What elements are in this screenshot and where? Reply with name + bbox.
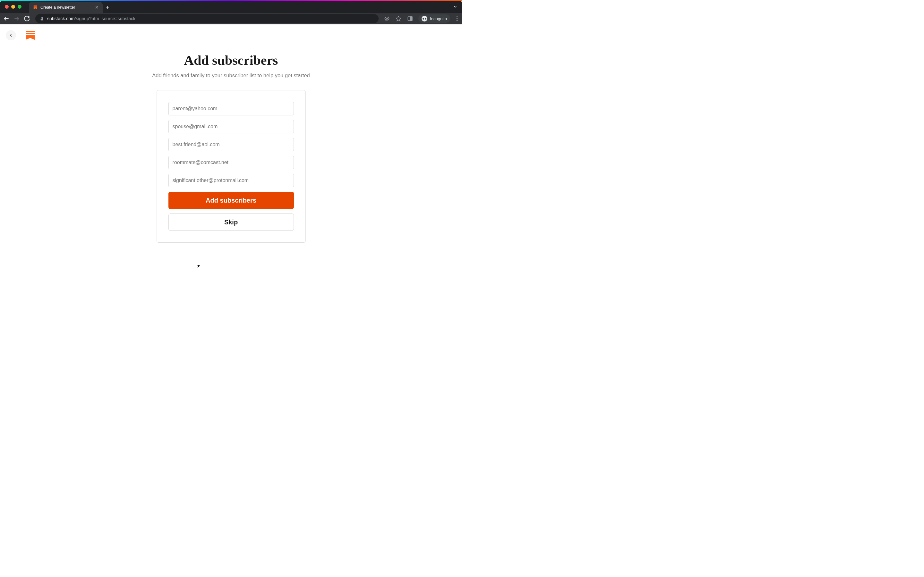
window-top-border xyxy=(0,0,462,1)
cursor-icon: ➤ xyxy=(196,263,201,269)
address-bar-row: substack.com/signup?utm_source=substack … xyxy=(0,13,462,24)
toolbar-right-icons: Incognito xyxy=(384,15,459,23)
page-back-button[interactable] xyxy=(6,30,16,40)
window-controls xyxy=(5,5,21,9)
window-maximize-button[interactable] xyxy=(18,5,21,9)
page-header xyxy=(0,24,462,46)
tab-bar: Create a newsletter ✕ + xyxy=(29,2,110,13)
url-domain: substack.com xyxy=(47,16,75,21)
tab-close-icon[interactable]: ✕ xyxy=(94,5,99,10)
url-text: substack.com/signup?utm_source=substack xyxy=(47,16,136,21)
tab-title: Create a newsletter xyxy=(40,5,92,10)
page-content: Add subscribers Add friends and family t… xyxy=(0,24,462,288)
forward-button[interactable] xyxy=(13,15,20,22)
email-input-3[interactable] xyxy=(168,138,294,151)
panel-icon[interactable] xyxy=(407,15,413,22)
page-subtitle: Add friends and family to your subscribe… xyxy=(128,73,334,79)
svg-rect-1 xyxy=(34,6,37,7)
email-input-5[interactable] xyxy=(168,174,294,187)
address-bar[interactable]: substack.com/signup?utm_source=substack xyxy=(35,14,379,23)
svg-marker-7 xyxy=(396,16,401,21)
browser-chrome: Create a newsletter ✕ + substack.com/sig… xyxy=(0,0,462,24)
browser-tab[interactable]: Create a newsletter ✕ xyxy=(29,2,103,13)
svg-rect-4 xyxy=(41,18,43,20)
back-button[interactable] xyxy=(3,15,10,22)
incognito-icon xyxy=(422,16,427,21)
tabs-dropdown-icon[interactable] xyxy=(453,5,457,10)
svg-rect-10 xyxy=(411,17,412,21)
email-input-2[interactable] xyxy=(168,120,294,133)
main-content: Add subscribers Add friends and family t… xyxy=(128,46,334,243)
window-minimize-button[interactable] xyxy=(11,5,15,9)
lock-icon xyxy=(40,17,44,21)
window-close-button[interactable] xyxy=(5,5,9,9)
incognito-label: Incognito xyxy=(430,16,447,21)
reload-button[interactable] xyxy=(24,15,30,22)
form-card: Add subscribers Skip xyxy=(157,90,306,243)
substack-logo[interactable] xyxy=(26,31,35,40)
skip-button[interactable]: Skip xyxy=(168,213,294,231)
bookmark-star-icon[interactable] xyxy=(395,15,402,22)
substack-favicon xyxy=(33,5,38,10)
browser-menu-icon[interactable] xyxy=(455,16,459,21)
incognito-badge[interactable]: Incognito xyxy=(418,15,450,23)
email-input-4[interactable] xyxy=(168,156,294,169)
url-path: /signup?utm_source=substack xyxy=(75,16,136,21)
svg-rect-0 xyxy=(34,5,37,6)
new-tab-button[interactable]: + xyxy=(106,4,110,11)
page-title: Add subscribers xyxy=(128,53,334,68)
eye-off-icon[interactable] xyxy=(384,15,390,22)
add-subscribers-button[interactable]: Add subscribers xyxy=(168,192,294,209)
email-input-1[interactable] xyxy=(168,102,294,115)
